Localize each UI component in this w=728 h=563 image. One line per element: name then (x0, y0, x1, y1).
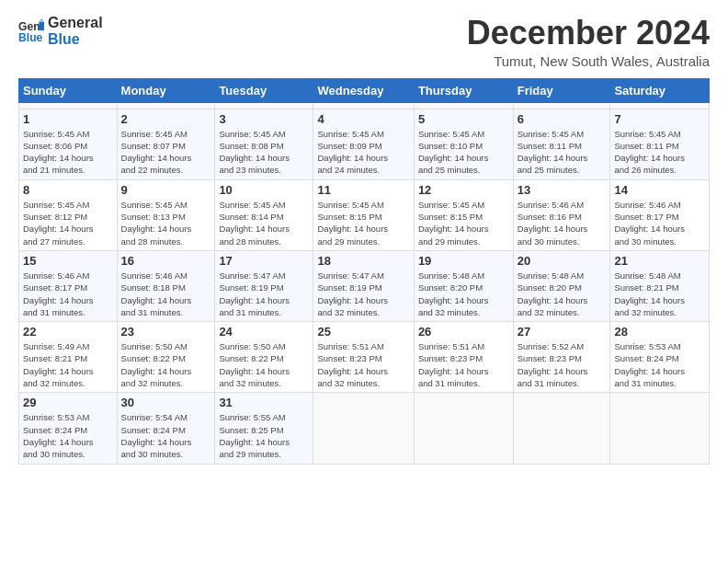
month-title: December 2024 (467, 15, 710, 52)
table-row: 11 Sunrise: 5:45 AMSunset: 8:15 PMDaylig… (313, 179, 414, 250)
logo-general: General (48, 15, 103, 31)
col-thursday: Thursday (414, 78, 513, 102)
cell-empty (513, 102, 610, 109)
table-row: 14 Sunrise: 5:46 AMSunset: 8:17 PMDaylig… (610, 179, 710, 250)
table-row: 5 Sunrise: 5:45 AMSunset: 8:10 PMDayligh… (414, 109, 513, 179)
table-row: 13 Sunrise: 5:46 AMSunset: 8:16 PMDaylig… (513, 179, 610, 250)
svg-marker-2 (39, 22, 44, 30)
cell-empty (414, 102, 513, 109)
header-row: Sunday Monday Tuesday Wednesday Thursday… (19, 78, 710, 102)
table-row: 25 Sunrise: 5:51 AMSunset: 8:23 PMDaylig… (313, 322, 414, 393)
table-row: 1 Sunrise: 5:45 AMSunset: 8:06 PMDayligh… (19, 109, 118, 179)
table-row: 10 Sunrise: 5:45 AMSunset: 8:14 PMDaylig… (215, 179, 313, 250)
col-saturday: Saturday (610, 78, 710, 102)
week-row-5: 22 Sunrise: 5:49 AMSunset: 8:21 PMDaylig… (19, 322, 710, 393)
col-sunday: Sunday (19, 78, 118, 102)
col-monday: Monday (117, 78, 215, 102)
logo-icon: General Blue (18, 18, 44, 44)
week-row-2: 1 Sunrise: 5:45 AMSunset: 8:06 PMDayligh… (19, 109, 710, 179)
table-row: 24 Sunrise: 5:50 AMSunset: 8:22 PMDaylig… (215, 322, 313, 393)
week-row-6: 29 Sunrise: 5:53 AMSunset: 8:24 PMDaylig… (19, 393, 710, 464)
logo-blue: Blue (48, 31, 103, 48)
table-row: 17 Sunrise: 5:47 AMSunset: 8:19 PMDaylig… (215, 250, 313, 321)
cell-empty (610, 393, 710, 464)
svg-text:Blue: Blue (18, 32, 43, 45)
table-row: 15 Sunrise: 5:46 AMSunset: 8:17 PMDaylig… (19, 250, 118, 321)
cell-empty (313, 393, 414, 464)
page-header: General Blue General Blue December 2024 … (18, 15, 710, 69)
logo: General Blue General Blue (18, 15, 103, 49)
table-row: 4 Sunrise: 5:45 AMSunset: 8:09 PMDayligh… (313, 109, 414, 179)
table-row: 3 Sunrise: 5:45 AMSunset: 8:08 PMDayligh… (215, 109, 313, 179)
table-row: 31 Sunrise: 5:55 AMSunset: 8:25 PMDaylig… (215, 393, 313, 464)
table-row: 6 Sunrise: 5:45 AMSunset: 8:11 PMDayligh… (513, 109, 610, 179)
table-row: 26 Sunrise: 5:51 AMSunset: 8:23 PMDaylig… (414, 322, 513, 393)
col-wednesday: Wednesday (313, 78, 414, 102)
table-row: 12 Sunrise: 5:45 AMSunset: 8:15 PMDaylig… (414, 179, 513, 250)
calendar-page: General Blue General Blue December 2024 … (0, 0, 728, 563)
week-row-1 (19, 102, 710, 109)
table-row: 23 Sunrise: 5:50 AMSunset: 8:22 PMDaylig… (117, 322, 215, 393)
calendar-table: Sunday Monday Tuesday Wednesday Thursday… (18, 78, 710, 465)
col-friday: Friday (513, 78, 610, 102)
title-block: December 2024 Tumut, New South Wales, Au… (467, 15, 710, 69)
week-row-4: 15 Sunrise: 5:46 AMSunset: 8:17 PMDaylig… (19, 250, 710, 321)
location: Tumut, New South Wales, Australia (467, 53, 710, 69)
table-row: 7 Sunrise: 5:45 AMSunset: 8:11 PMDayligh… (610, 109, 710, 179)
table-row: 28 Sunrise: 5:53 AMSunset: 8:24 PMDaylig… (610, 322, 710, 393)
table-row: 20 Sunrise: 5:48 AMSunset: 8:20 PMDaylig… (513, 250, 610, 321)
table-row: 22 Sunrise: 5:49 AMSunset: 8:21 PMDaylig… (19, 322, 118, 393)
week-row-3: 8 Sunrise: 5:45 AMSunset: 8:12 PMDayligh… (19, 179, 710, 250)
cell-empty (215, 102, 313, 109)
col-tuesday: Tuesday (215, 78, 313, 102)
table-row: 8 Sunrise: 5:45 AMSunset: 8:12 PMDayligh… (19, 179, 118, 250)
table-row: 9 Sunrise: 5:45 AMSunset: 8:13 PMDayligh… (117, 179, 215, 250)
cell-empty (414, 393, 513, 464)
table-row: 21 Sunrise: 5:48 AMSunset: 8:21 PMDaylig… (610, 250, 710, 321)
cell-empty (513, 393, 610, 464)
table-row: 18 Sunrise: 5:47 AMSunset: 8:19 PMDaylig… (313, 250, 414, 321)
table-row: 27 Sunrise: 5:52 AMSunset: 8:23 PMDaylig… (513, 322, 610, 393)
cell-empty (610, 102, 710, 109)
table-row: 30 Sunrise: 5:54 AMSunset: 8:24 PMDaylig… (117, 393, 215, 464)
cell-empty (19, 102, 118, 109)
cell-empty (117, 102, 215, 109)
cell-empty (313, 102, 414, 109)
table-row: 16 Sunrise: 5:46 AMSunset: 8:18 PMDaylig… (117, 250, 215, 321)
table-row: 19 Sunrise: 5:48 AMSunset: 8:20 PMDaylig… (414, 250, 513, 321)
table-row: 29 Sunrise: 5:53 AMSunset: 8:24 PMDaylig… (19, 393, 118, 464)
table-row: 2 Sunrise: 5:45 AMSunset: 8:07 PMDayligh… (117, 109, 215, 179)
